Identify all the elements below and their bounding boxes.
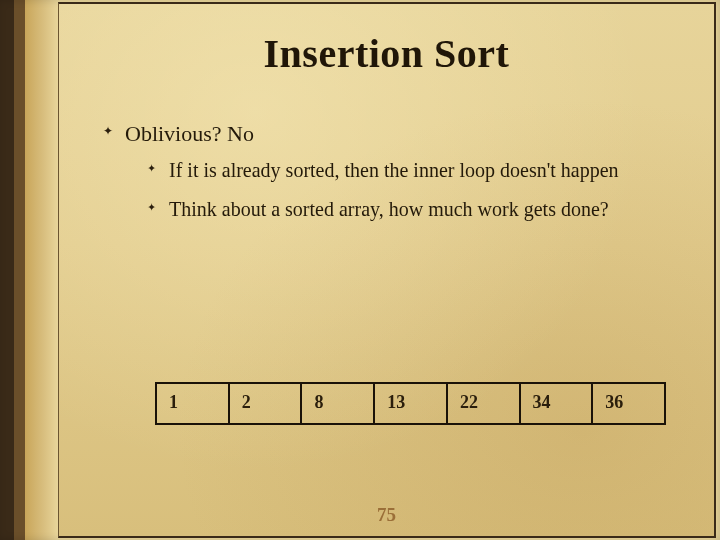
page-number: 75 xyxy=(59,504,714,526)
array-cell: 8 xyxy=(302,384,375,423)
book-frame: Insertion Sort Oblivious? No If it is al… xyxy=(0,0,720,540)
sub-bullet-1: If it is already sorted, then the inner … xyxy=(147,157,678,184)
bullet-oblivious: Oblivious? No If it is already sorted, t… xyxy=(103,121,678,223)
slide-page: Insertion Sort Oblivious? No If it is al… xyxy=(58,2,716,538)
sub-bullet-2: Think about a sorted array, how much wor… xyxy=(147,196,678,223)
bullet-text: Oblivious? No xyxy=(125,121,254,146)
sorted-array-table: 1 2 8 13 22 34 36 xyxy=(155,382,666,425)
array-cell: 36 xyxy=(593,384,664,423)
bullet-list: Oblivious? No If it is already sorted, t… xyxy=(95,121,678,223)
array-cell: 22 xyxy=(448,384,521,423)
array-cell: 2 xyxy=(230,384,303,423)
array-cell: 34 xyxy=(521,384,594,423)
sub-bullet-list: If it is already sorted, then the inner … xyxy=(125,157,678,223)
array-cell: 13 xyxy=(375,384,448,423)
page-title: Insertion Sort xyxy=(95,30,678,77)
array-cell: 1 xyxy=(157,384,230,423)
